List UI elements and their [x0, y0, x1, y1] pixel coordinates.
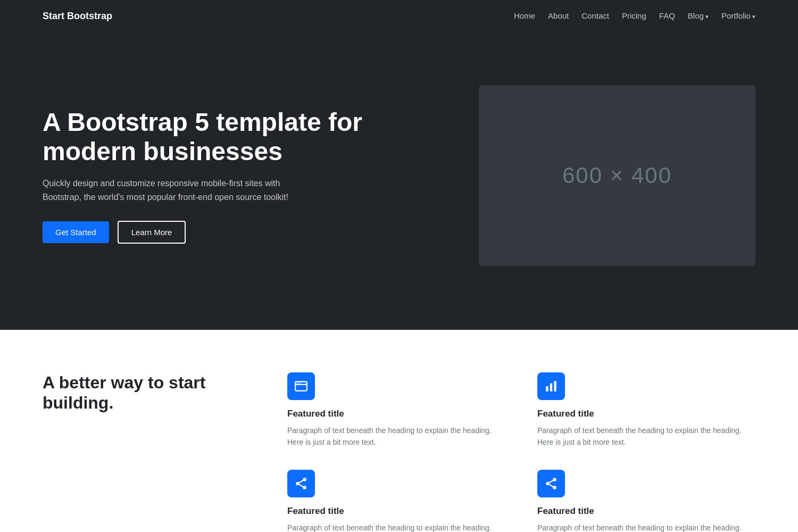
svg-point-12: [553, 478, 556, 481]
svg-point-7: [303, 478, 306, 481]
features-grid: A better way to start building. Featured…: [43, 372, 755, 532]
feature-desc-1: Paragraph of text beneath the heading to…: [287, 425, 505, 448]
feature-icon-1: [287, 372, 315, 400]
share-icon-1: [294, 477, 308, 491]
svg-rect-4: [546, 386, 548, 392]
features-heading: A better way to start building.: [43, 372, 266, 413]
feature-desc-2: Paragraph of text beneath the heading to…: [537, 425, 755, 448]
svg-rect-6: [554, 381, 556, 392]
nav-about[interactable]: About: [548, 11, 569, 20]
svg-line-11: [299, 480, 303, 483]
nav-portfolio[interactable]: Portfolio: [721, 11, 755, 20]
feature-icon-3: [287, 470, 315, 497]
svg-rect-5: [550, 384, 552, 392]
hero-section: A Bootstrap 5 template for modern busine…: [0, 32, 798, 330]
feature-desc-3: Paragraph of text beneath the heading to…: [287, 522, 505, 532]
svg-line-16: [549, 480, 553, 483]
features-section: A better way to start building. Featured…: [0, 330, 798, 532]
features-right: Featured title Paragraph of text beneath…: [287, 372, 755, 532]
hero-heading: A Bootstrap 5 template for modern busine…: [43, 107, 447, 166]
get-started-button[interactable]: Get Started: [43, 221, 109, 243]
nav-links: Home About Contact Pricing FAQ Blog Port…: [514, 11, 755, 21]
feature-title-3: Featured title: [287, 506, 505, 517]
feature-title-1: Featured title: [287, 409, 505, 419]
nav-pricing[interactable]: Pricing: [622, 11, 646, 20]
svg-point-2: [297, 383, 298, 384]
feature-title-4: Featured title: [537, 506, 755, 517]
hero-subtitle: Quickly design and customize responsive …: [43, 177, 309, 204]
hero-content: A Bootstrap 5 template for modern busine…: [43, 107, 447, 244]
svg-point-3: [300, 383, 301, 384]
feature-icon-2: [537, 372, 565, 400]
share-icon-2: [544, 477, 558, 491]
feature-icon-4: [537, 470, 565, 497]
nav-home[interactable]: Home: [514, 11, 535, 20]
chart-icon: [544, 379, 558, 393]
nav-brand[interactable]: Start Bootstrap: [43, 11, 112, 22]
feature-item-2: Featured title Paragraph of text beneath…: [537, 372, 755, 448]
image-placeholder-text: 600 × 400: [562, 163, 672, 188]
feature-item-3: Featured title Paragraph of text beneath…: [287, 470, 505, 532]
svg-point-13: [546, 482, 550, 486]
browser-icon: [294, 379, 308, 393]
svg-point-14: [553, 486, 556, 489]
svg-point-9: [303, 486, 306, 489]
nav-contact[interactable]: Contact: [581, 11, 609, 20]
hero-image: 600 × 400: [479, 85, 755, 266]
svg-line-10: [299, 484, 303, 486]
navbar: Start Bootstrap Home About Contact Prici…: [0, 0, 798, 32]
svg-line-15: [549, 484, 553, 486]
feature-title-2: Featured title: [537, 409, 755, 419]
learn-more-button[interactable]: Learn More: [118, 221, 186, 244]
nav-blog[interactable]: Blog: [688, 11, 709, 20]
feature-item-1: Featured title Paragraph of text beneath…: [287, 372, 505, 448]
feature-item-4: Featured title Paragraph of text beneath…: [537, 470, 755, 532]
nav-faq[interactable]: FAQ: [659, 11, 675, 20]
features-heading-col: A better way to start building.: [43, 372, 266, 413]
svg-point-8: [296, 482, 300, 486]
hero-buttons: Get Started Learn More: [43, 221, 447, 244]
feature-desc-4: Paragraph of text beneath the heading to…: [537, 522, 755, 532]
svg-rect-0: [295, 381, 307, 390]
